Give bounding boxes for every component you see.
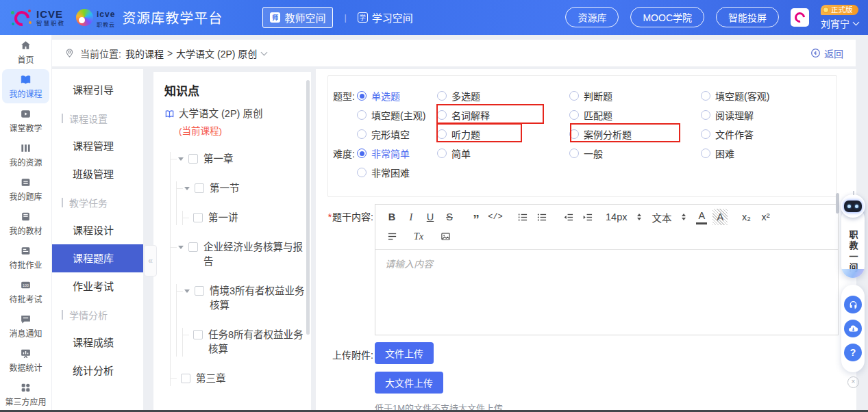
file-upload-button[interactable]: 文件上传 xyxy=(375,342,434,364)
editor-content-area[interactable]: 请输入内容 xyxy=(375,250,838,335)
sidebar-item-third-party-apps[interactable]: 第三方应用 xyxy=(2,377,49,411)
radio-listening[interactable]: 听力题 xyxy=(437,127,569,141)
outdent-button[interactable] xyxy=(560,209,576,225)
user-menu[interactable]: 正式版 刘宵宁 xyxy=(821,5,858,31)
breadcrumb-chevron-down-icon[interactable] xyxy=(261,49,268,55)
assistant-widget[interactable]: 职教一问 xyxy=(840,194,866,279)
back-button[interactable]: 返回 xyxy=(810,47,843,60)
ordered-list-button[interactable] xyxy=(514,209,530,225)
submenu-item-homework-exams[interactable]: 作业考试 xyxy=(52,272,143,300)
tree-node-chapter3[interactable]: 第三章 xyxy=(171,372,306,386)
breadcrumb-current[interactable]: 大学语文 (2P) 原创 xyxy=(176,47,257,60)
tree-checkbox[interactable] xyxy=(195,183,204,193)
radio-medium[interactable]: 一般 xyxy=(569,146,701,160)
radio-single-choice[interactable]: 单选题 xyxy=(357,89,437,103)
submenu-item-class-management[interactable]: 班级管理 xyxy=(52,160,143,188)
radio-easy[interactable]: 简单 xyxy=(437,146,569,160)
radio-very-hard[interactable]: 非常困难 xyxy=(357,166,437,179)
sidebar-item-my-question-bank[interactable]: 我的题库 xyxy=(2,172,49,206)
icve-mini-logo[interactable] xyxy=(791,8,809,27)
radio-icon[interactable] xyxy=(357,91,367,101)
subscript-button[interactable]: x₂ xyxy=(738,209,754,225)
close-floating-toolbar-button[interactable]: × xyxy=(847,376,859,388)
highlight-color-button[interactable]: A xyxy=(712,209,728,225)
radio-case-analysis[interactable]: 案例分析题 xyxy=(569,127,701,141)
radio-multiple-choice[interactable]: 多选题 xyxy=(437,89,569,103)
radio-icon[interactable] xyxy=(569,91,579,101)
radio-icon[interactable] xyxy=(357,129,367,139)
main-scrollbar[interactable] xyxy=(836,193,839,214)
tree-checkbox[interactable] xyxy=(193,330,203,339)
breadcrumb-course-link[interactable]: 我的课程 xyxy=(125,47,164,60)
strikethrough-button[interactable]: S xyxy=(441,209,458,225)
radio-fill-blank-objective[interactable]: 填空题(客观) xyxy=(701,89,769,103)
smart-cast-button[interactable]: 智能投屏 xyxy=(716,7,779,27)
tree-checkbox[interactable] xyxy=(188,154,198,164)
tree-checkbox[interactable] xyxy=(195,286,204,296)
radio-icon[interactable] xyxy=(357,168,367,177)
sidebar-item-pending-assignments[interactable]: 待批作业 xyxy=(2,240,49,274)
submenu-item-statistical-analysis[interactable]: 统计分析 xyxy=(52,357,143,385)
tree-checkbox[interactable] xyxy=(188,242,198,252)
radio-icon[interactable] xyxy=(357,149,367,158)
radio-icon[interactable] xyxy=(357,110,367,120)
radio-icon[interactable] xyxy=(701,91,710,101)
indent-button[interactable] xyxy=(579,209,595,225)
sidebar-item-my-textbooks[interactable]: 我的教材 xyxy=(2,206,49,240)
big-file-upload-button[interactable]: 大文件上传 xyxy=(375,372,443,394)
caret-down-icon[interactable] xyxy=(178,157,184,161)
resource-library-button[interactable]: 资源库 xyxy=(565,7,619,27)
collapse-panel-button[interactable]: « xyxy=(144,245,157,276)
customer-service-button[interactable] xyxy=(844,296,862,313)
radio-icon[interactable] xyxy=(569,149,579,158)
radio-icon[interactable] xyxy=(569,129,579,139)
learning-space-button[interactable]: 学 学习空间 xyxy=(358,10,413,25)
radio-cloze[interactable]: 完形填空 xyxy=(357,127,437,141)
radio-file-answer[interactable]: 文件作答 xyxy=(701,127,754,141)
radio-very-easy[interactable]: 非常简单 xyxy=(357,146,437,160)
insert-image-button[interactable] xyxy=(437,228,454,244)
radio-true-false[interactable]: 判断题 xyxy=(569,89,701,103)
download-button[interactable] xyxy=(844,320,862,337)
blockquote-button[interactable]: ” xyxy=(468,206,484,228)
tree-node-chapter1[interactable]: 第一章 xyxy=(171,152,306,166)
clear-format-button[interactable]: Tx xyxy=(410,228,427,244)
text-color-button[interactable]: A xyxy=(696,210,707,224)
radio-icon[interactable] xyxy=(437,91,447,101)
sidebar-item-my-resources[interactable]: 我的资源 xyxy=(2,138,49,172)
tree-checkbox[interactable] xyxy=(181,374,190,383)
sidebar-item-notifications[interactable]: 消息通知 xyxy=(2,309,49,343)
submenu-item-course-design[interactable]: 课程设计 xyxy=(52,216,143,244)
code-block-button[interactable]: </> xyxy=(487,209,504,225)
underline-button[interactable]: U xyxy=(422,209,438,225)
radio-term-explanation[interactable]: 名词解释 xyxy=(437,108,569,122)
sidebar-item-classroom-teaching[interactable]: 课堂教学 xyxy=(2,103,49,138)
radio-reading-comprehension[interactable]: 阅读理解 xyxy=(701,108,754,122)
radio-fill-blank-subjective[interactable]: 填空题(主观) xyxy=(357,108,437,122)
teacher-space-button[interactable]: 师 教师空间 xyxy=(262,7,333,28)
text-style-select[interactable]: 文本 xyxy=(652,209,686,225)
font-size-select[interactable]: 14px xyxy=(606,209,641,225)
tree-scrollbar[interactable] xyxy=(306,80,310,335)
sidebar-item-pending-exams[interactable]: 100 待批考试 xyxy=(2,274,49,309)
sidebar-item-my-courses[interactable]: 我的课程 xyxy=(2,69,49,103)
sidebar-item-home[interactable]: 首页 xyxy=(2,35,49,69)
tree-node-scenario3[interactable]: 情境3所有者权益业务核算 xyxy=(177,284,306,313)
robot-icon[interactable] xyxy=(841,194,865,218)
radio-matching[interactable]: 匹配题 xyxy=(569,108,701,122)
radio-hard[interactable]: 困难 xyxy=(701,146,734,160)
caret-down-icon[interactable] xyxy=(184,187,190,190)
help-button[interactable]: ? xyxy=(844,344,862,361)
mooc-academy-button[interactable]: MOOC学院 xyxy=(630,7,704,27)
radio-icon[interactable] xyxy=(437,110,447,120)
radio-icon[interactable] xyxy=(701,129,710,139)
tree-node-section1[interactable]: 第一节 xyxy=(177,181,306,196)
radio-icon[interactable] xyxy=(437,129,447,139)
italic-button[interactable]: I xyxy=(403,209,419,225)
bullet-list-button[interactable] xyxy=(533,209,549,225)
caret-down-icon[interactable] xyxy=(184,289,190,293)
submenu-item-course-question-bank[interactable]: 课程题库 xyxy=(52,244,143,272)
align-button[interactable] xyxy=(384,228,400,244)
submenu-item-course-grades[interactable]: 课程成绩 xyxy=(52,329,143,357)
tree-node-task8[interactable]: 任务8所有者权益业务核算 xyxy=(183,328,306,357)
